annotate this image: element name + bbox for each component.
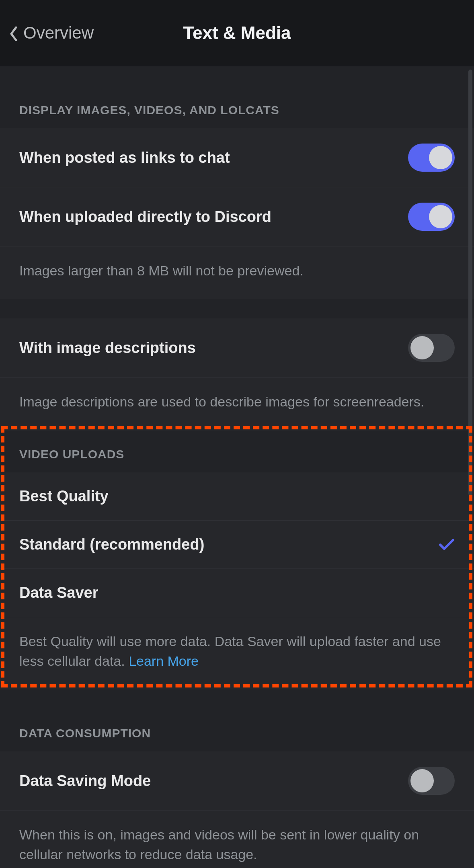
row-data-saving[interactable]: Data Saving Mode (0, 751, 474, 810)
section-header-video: VIDEO UPLOADS (0, 431, 474, 472)
section-gap (0, 299, 474, 318)
row-video-datasaver[interactable]: Data Saver (0, 568, 474, 617)
footer-video-note: Best Quality will use more data. Data Sa… (0, 617, 474, 690)
toggle-data-saving[interactable] (408, 767, 455, 795)
header-bar: Overview Text & Media (0, 0, 474, 66)
section-header-data: DATA CONSUMPTION (0, 689, 474, 751)
footer-desc-note: Image descriptions are used to describe … (0, 377, 474, 430)
section-header-display: DISPLAY IMAGES, VIDEOS, AND LOLCATS (0, 66, 474, 128)
chevron-left-icon (10, 26, 18, 40)
row-label: When uploaded directly to Discord (19, 208, 271, 226)
toggle-links[interactable] (408, 144, 455, 172)
row-label: When posted as links to chat (19, 149, 230, 166)
back-label: Overview (23, 23, 94, 43)
row-image-descriptions[interactable]: With image descriptions (0, 318, 474, 377)
footer-size-note: Images larger than 8 MB will not be prev… (0, 246, 474, 299)
video-note-text: Best Quality will use more data. Data Sa… (19, 634, 441, 669)
row-label: Data Saver (19, 584, 98, 601)
row-uploaded-directly[interactable]: When uploaded directly to Discord (0, 187, 474, 246)
row-links-to-chat[interactable]: When posted as links to chat (0, 128, 474, 187)
row-label: Best Quality (19, 488, 109, 505)
row-label: Data Saving Mode (19, 772, 151, 790)
row-video-best[interactable]: Best Quality (0, 472, 474, 520)
learn-more-link[interactable]: Learn More (129, 653, 199, 669)
row-video-standard[interactable]: Standard (recommended) (0, 520, 474, 568)
settings-scroll[interactable]: DISPLAY IMAGES, VIDEOS, AND LOLCATS When… (0, 66, 474, 868)
back-button[interactable]: Overview (10, 23, 94, 43)
toggle-image-desc[interactable] (408, 334, 455, 362)
row-label: With image descriptions (19, 339, 196, 357)
scrollbar[interactable] (468, 70, 472, 496)
row-label: Standard (recommended) (19, 536, 204, 553)
toggle-upload[interactable] (408, 203, 455, 231)
check-icon (438, 536, 455, 553)
footer-data-note: When this is on, images and videos will … (0, 810, 474, 868)
